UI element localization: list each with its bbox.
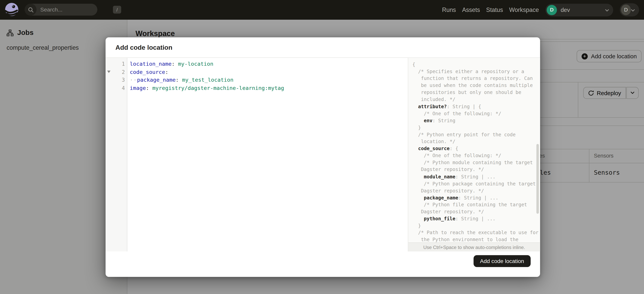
- config-editor[interactable]: 1location_name: my-location2code_source:…: [106, 58, 408, 252]
- schema-line: {: [412, 61, 540, 68]
- schema-line: Dagster repository. */: [412, 166, 540, 173]
- global-search: /: [24, 4, 97, 15]
- schema-line: the Python environment to load the: [412, 237, 540, 243]
- line-number: 4: [106, 84, 125, 92]
- hint-bar: Use Ctrl+Space to show auto-completions …: [408, 242, 540, 251]
- add-code-location-dialog: Add code location 1location_name: my-loc…: [106, 37, 540, 277]
- editor-line: 1location_name: my-location: [106, 60, 408, 68]
- editor-line: 4image: myregistry/dagster-machine-learn…: [106, 84, 408, 92]
- nav-link-runs[interactable]: Runs: [442, 7, 456, 13]
- line-number: 2: [106, 68, 125, 76]
- schema-line: attribute?: String | {: [412, 103, 540, 110]
- deployment-switcher[interactable]: D dev: [546, 3, 613, 16]
- schema-line: /* Python file containing the target: [412, 201, 540, 208]
- schema-line: /* Specifies either a repository or a: [412, 68, 540, 75]
- schema-line: }: [412, 222, 540, 229]
- schema-line: location. */: [412, 138, 540, 145]
- dagster-app: / RunsAssetsStatusWorkspace D dev D: [0, 0, 644, 294]
- search-shortcut-badge: /: [113, 6, 121, 13]
- schema-line: /* Python entry point for the code: [412, 131, 540, 138]
- schema-line: /* Path to reach the executable to use f…: [412, 229, 540, 237]
- dagster-logo-icon[interactable]: [4, 2, 19, 17]
- nav-link-assets[interactable]: Assets: [462, 7, 480, 13]
- editor-line: 2code_source:: [106, 68, 408, 76]
- schema-line: module_name: String | ...: [412, 173, 540, 180]
- schema-line: }: [412, 124, 540, 131]
- line-number: 1: [106, 60, 125, 68]
- dialog-title: Add code location: [115, 44, 172, 51]
- schema-line: be used when the code contains multiple: [412, 82, 540, 89]
- schema-line: /* One of the following: */: [412, 152, 540, 159]
- deployment-name: dev: [561, 7, 605, 13]
- schema-line: package_name: String | ...: [412, 194, 540, 201]
- search-input[interactable]: [36, 7, 113, 13]
- schema-line: python_file: String | ...: [412, 215, 540, 222]
- user-menu[interactable]: D: [620, 3, 639, 16]
- schema-scrollbar[interactable]: [536, 144, 539, 214]
- schema-line: /* One of the following: */: [412, 110, 540, 117]
- chevron-down-icon: [605, 6, 609, 14]
- navbar-right: RunsAssetsStatusWorkspace D dev D: [436, 0, 639, 20]
- schema-line: repositories but only one should be: [412, 89, 540, 96]
- dialog-body: 1location_name: my-location2code_source:…: [106, 58, 540, 252]
- chevron-down-icon: [631, 6, 635, 14]
- submit-add-code-location-button[interactable]: Add code location: [474, 255, 530, 267]
- schema-lines: { /* Specifies either a repository or a …: [408, 58, 540, 243]
- schema-line: included. */: [412, 96, 540, 103]
- editor-lines: 1location_name: my-location2code_source:…: [106, 58, 408, 92]
- line-number: 3: [106, 76, 125, 84]
- editor-line: 3··package_name: my_test_location: [106, 76, 408, 84]
- schema-line: Dagster repository. */: [412, 187, 540, 194]
- nav-link-workspace[interactable]: Workspace: [509, 7, 539, 13]
- schema-panel: { /* Specifies either a repository or a …: [408, 58, 540, 252]
- schema-line: /* Python module containing the target: [412, 159, 540, 166]
- search-icon: [24, 4, 36, 15]
- nav-links: RunsAssetsStatusWorkspace: [436, 7, 539, 13]
- hint-text: Use Ctrl+Space to show auto-completions …: [423, 245, 525, 250]
- schema-line: Dagster repository. */: [412, 208, 540, 215]
- schema-line: code_source: {: [412, 145, 540, 152]
- nav-link-status[interactable]: Status: [486, 7, 503, 13]
- top-navbar: / RunsAssetsStatusWorkspace D dev D: [0, 0, 644, 20]
- schema-line: env: String: [412, 117, 540, 124]
- avatar: D: [621, 4, 631, 15]
- deployment-badge: D: [546, 5, 557, 15]
- schema-line: function that returns a repository. Can: [412, 75, 540, 82]
- dialog-footer: Add code location: [106, 252, 540, 277]
- schema-line: /* Python package containing the target: [412, 180, 540, 187]
- dialog-header: Add code location: [106, 37, 540, 58]
- page-content: Jobs compute_cereal_properties Workspace…: [0, 20, 644, 294]
